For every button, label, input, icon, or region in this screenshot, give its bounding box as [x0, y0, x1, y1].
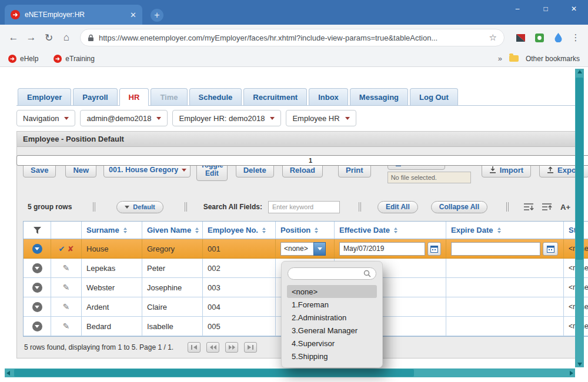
tab-schedule[interactable]: Schedule — [189, 88, 242, 105]
bookmark-ehelp[interactable]: eHelp — [8, 55, 38, 63]
tab-messaging[interactable]: Messaging — [350, 88, 408, 105]
employer-hr-dropdown[interactable]: Employer HR: demo2018 — [172, 110, 281, 126]
address-bar: ← → ↻ ⌂ https://www.enetemployer.com/myE… — [0, 25, 588, 51]
edit-pencil-icon[interactable]: ✎ — [63, 283, 70, 292]
surname-cell: Webster — [82, 278, 142, 297]
edit-pencil-icon[interactable]: ✎ — [63, 302, 70, 311]
other-bookmarks-button[interactable]: Other bookmarks — [526, 55, 580, 63]
forward-icon[interactable]: → — [22, 29, 40, 46]
bookmark-etraining[interactable]: eTraining — [54, 55, 95, 63]
browser-menu-icon[interactable]: ⋮ — [568, 32, 583, 43]
edit-pencil-icon[interactable]: ✎ — [63, 321, 70, 331]
collapse-rows-icon[interactable] — [542, 203, 552, 211]
popup-option-general-manager[interactable]: 3.General Manager — [287, 324, 377, 337]
collapse-all-button[interactable]: Collapse All — [431, 201, 487, 213]
page-horizontal-scrollbar[interactable] — [5, 368, 575, 377]
toolbar-separator[interactable] — [359, 202, 361, 212]
filter-column-header[interactable] — [24, 222, 51, 239]
next-page-button[interactable] — [225, 342, 238, 353]
default-view-button[interactable]: Default — [116, 201, 163, 213]
navigation-dropdown[interactable]: Navigation — [16, 110, 75, 126]
chevron-down-icon[interactable] — [178, 169, 190, 172]
tab-close-icon[interactable]: ✕ — [130, 11, 136, 19]
home-icon[interactable]: ⌂ — [58, 29, 75, 46]
back-icon[interactable]: ← — [5, 29, 22, 46]
reload-icon[interactable]: ↻ — [40, 29, 58, 46]
maximize-button[interactable]: □ — [532, 0, 560, 18]
row-expand-icon[interactable] — [32, 321, 42, 331]
column-header-surname[interactable]: Surname — [82, 222, 142, 239]
calendar-button[interactable] — [543, 242, 558, 256]
popup-search-box[interactable] — [288, 267, 376, 280]
sort-icon[interactable] — [262, 227, 266, 233]
minimize-button[interactable]: – — [503, 0, 532, 18]
tab-recruitment[interactable]: Recruitment — [243, 88, 307, 105]
tab-hr[interactable]: HR — [119, 88, 149, 105]
popup-option-shipping[interactable]: 5.Shipping — [287, 350, 377, 363]
sort-icon[interactable] — [195, 227, 199, 233]
calendar-button[interactable] — [427, 242, 441, 256]
toolbar-separator[interactable] — [185, 202, 187, 212]
tab-logout[interactable]: Log Out — [410, 88, 458, 105]
expand-rows-icon[interactable] — [524, 203, 534, 211]
sort-icon[interactable] — [315, 227, 318, 233]
bookmark-star-icon[interactable]: ☆ — [489, 32, 497, 43]
expire-date-input[interactable] — [451, 242, 540, 256]
page-number-button[interactable]: 1 — [16, 155, 588, 166]
close-button[interactable]: ✕ — [560, 0, 588, 18]
browser-tab[interactable]: eNETEmployer:HR ✕ — [5, 5, 142, 25]
scroll-down-icon[interactable] — [577, 363, 582, 366]
row-expand-icon[interactable] — [32, 244, 42, 254]
position-select[interactable]: <none> — [280, 242, 326, 256]
chevron-down-icon[interactable] — [313, 242, 326, 256]
row-expand-icon[interactable] — [32, 283, 42, 293]
edit-pencil-icon[interactable]: ✎ — [63, 263, 70, 273]
tab-inbox[interactable]: Inbox — [309, 88, 348, 105]
toolbar-separator[interactable] — [93, 202, 95, 212]
tab-payroll[interactable]: Payroll — [73, 88, 117, 105]
confirm-icon[interactable]: ✔ — [59, 244, 65, 253]
extension-icon-green[interactable] — [532, 30, 547, 45]
user-dropdown[interactable]: admin@demo2018 — [80, 110, 168, 126]
last-page-button[interactable] — [244, 342, 257, 353]
cancel-icon[interactable]: ✘ — [68, 244, 74, 253]
toolbar-separator[interactable] — [506, 202, 509, 212]
column-header-expire-date[interactable]: Expire Date — [446, 222, 564, 239]
popup-option-none[interactable]: <none> — [287, 285, 377, 298]
scrollbar-thumb[interactable] — [14, 369, 414, 377]
popup-option-administration[interactable]: 2.Administration — [287, 311, 377, 324]
column-header-given-name[interactable]: Given Name — [142, 222, 203, 239]
sort-icon[interactable] — [497, 227, 501, 233]
table-row[interactable]: ✔✘ House Gregory 001 <none> — [24, 239, 588, 259]
bookmarks-overflow-icon[interactable]: » — [498, 54, 502, 63]
scroll-up-icon[interactable] — [577, 70, 582, 73]
extension-icon-red[interactable] — [513, 30, 528, 45]
extension-icon-blue[interactable] — [550, 30, 566, 45]
page-vertical-scrollbar[interactable] — [575, 69, 584, 367]
chevron-down-icon — [345, 117, 350, 120]
popup-search-input[interactable] — [293, 270, 361, 278]
effective-date-input[interactable] — [339, 242, 425, 256]
column-header-effective-date[interactable]: Effective Date — [335, 222, 446, 239]
row-expand-icon[interactable] — [32, 302, 42, 312]
column-header-employee-no[interactable]: Employee No. — [203, 222, 276, 239]
popup-option-supervisor[interactable]: 4.Supervisor — [287, 337, 377, 350]
search-input[interactable] — [268, 201, 340, 213]
given-name-cell: Isabelle — [142, 317, 203, 336]
new-tab-button[interactable]: + — [151, 9, 163, 22]
column-header-position[interactable]: Position — [276, 222, 335, 239]
scroll-left-icon[interactable] — [6, 371, 10, 376]
sort-icon[interactable] — [123, 227, 127, 233]
scroll-right-icon[interactable] — [570, 371, 573, 376]
row-expand-icon[interactable] — [32, 263, 42, 273]
url-bar[interactable]: https://www.enetemployer.com/myEmployer/… — [80, 29, 505, 46]
font-size-button[interactable]: A+ — [560, 203, 570, 212]
popup-option-foreman[interactable]: 1.Foreman — [287, 298, 377, 311]
first-page-button[interactable] — [188, 342, 201, 353]
scrollbar-thumb[interactable] — [576, 78, 583, 260]
edit-all-button[interactable]: Edit All — [377, 201, 418, 213]
prev-page-button[interactable] — [206, 342, 219, 353]
sort-icon[interactable] — [394, 227, 397, 233]
employee-hr-dropdown[interactable]: Employee HR — [286, 110, 356, 126]
tab-employer[interactable]: Employer — [18, 88, 71, 105]
